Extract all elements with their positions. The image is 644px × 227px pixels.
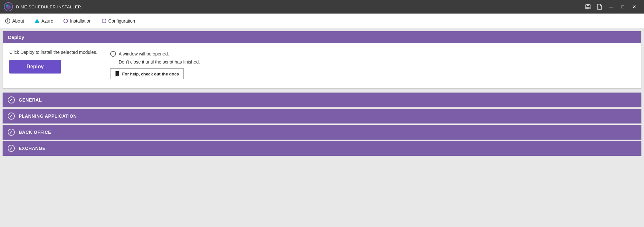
deploy-right: i A window will be opened. Don't close i… bbox=[110, 50, 200, 79]
section-bars: ✓GENERAL✓PLANNING APPLICATION✓BACK OFFIC… bbox=[0, 91, 644, 157]
deploy-info-text2: Don't close it until the script has fini… bbox=[119, 59, 200, 64]
section-bar-planning-application[interactable]: ✓PLANNING APPLICATION bbox=[3, 109, 641, 123]
app-title: DIME.SCHEDULER INSTALLER bbox=[16, 5, 582, 9]
deploy-body: Click Deploy to install the selected mod… bbox=[3, 43, 641, 88]
check-circle-planning-application: ✓ bbox=[8, 113, 15, 120]
check-mark-exchange: ✓ bbox=[9, 146, 13, 151]
check-circle-back-office: ✓ bbox=[8, 129, 15, 136]
section-bar-exchange[interactable]: ✓EXCHANGE bbox=[3, 141, 641, 156]
check-mark-general: ✓ bbox=[9, 98, 13, 102]
main-content: Deploy Click Deploy to install the selec… bbox=[0, 28, 644, 227]
nav-label-about: About bbox=[12, 18, 24, 24]
book-icon bbox=[115, 71, 120, 76]
section-label-exchange: EXCHANGE bbox=[19, 146, 45, 151]
nav-label-installation: Installation bbox=[70, 18, 91, 24]
deploy-left: Click Deploy to install the selected mod… bbox=[9, 50, 97, 74]
docs-button-label: For help, check out the docs bbox=[122, 72, 179, 76]
nav-label-configuration: Configuration bbox=[108, 18, 135, 24]
file-button[interactable] bbox=[594, 2, 605, 12]
maximize-button[interactable]: □ bbox=[617, 2, 629, 12]
deploy-section: Deploy Click Deploy to install the selec… bbox=[3, 31, 641, 89]
deploy-info-line1: i A window will be opened. bbox=[110, 51, 200, 57]
minimize-button[interactable]: — bbox=[605, 2, 617, 12]
docs-button[interactable]: For help, check out the docs bbox=[110, 68, 184, 79]
check-circle-general: ✓ bbox=[8, 96, 15, 104]
app-logo bbox=[4, 2, 13, 11]
nav-bar: i About Azure Installation Configuration bbox=[0, 14, 644, 28]
configuration-icon bbox=[102, 19, 106, 23]
section-label-general: GENERAL bbox=[19, 97, 42, 103]
section-label-back-office: BACK OFFICE bbox=[19, 130, 51, 135]
installation-icon bbox=[63, 19, 68, 23]
deploy-button[interactable]: Deploy bbox=[9, 60, 61, 74]
nav-item-about[interactable]: i About bbox=[4, 17, 25, 25]
nav-item-azure[interactable]: Azure bbox=[33, 17, 55, 25]
save-button[interactable] bbox=[582, 2, 594, 12]
info-icon: i bbox=[5, 18, 10, 24]
deploy-description: Click Deploy to install the selected mod… bbox=[9, 50, 97, 55]
check-mark-back-office: ✓ bbox=[9, 130, 13, 134]
deploy-info-text1: A window will be opened. bbox=[119, 51, 169, 56]
check-mark-planning-application: ✓ bbox=[9, 114, 13, 118]
section-bar-back-office[interactable]: ✓BACK OFFICE bbox=[3, 125, 641, 140]
svg-rect-5 bbox=[586, 7, 590, 9]
deploy-header: Deploy bbox=[3, 31, 641, 43]
nav-item-configuration[interactable]: Configuration bbox=[101, 17, 136, 25]
check-circle-exchange: ✓ bbox=[8, 145, 15, 152]
section-bar-general[interactable]: ✓GENERAL bbox=[3, 93, 641, 107]
title-bar: DIME.SCHEDULER INSTALLER — □ ✕ bbox=[0, 0, 644, 14]
azure-icon bbox=[34, 19, 40, 23]
svg-rect-4 bbox=[587, 5, 589, 6]
section-label-planning-application: PLANNING APPLICATION bbox=[19, 114, 77, 119]
svg-point-2 bbox=[6, 5, 8, 6]
close-button[interactable]: ✕ bbox=[629, 2, 640, 12]
info-icon-deploy: i bbox=[110, 51, 116, 57]
nav-item-installation[interactable]: Installation bbox=[62, 17, 93, 25]
nav-label-azure: Azure bbox=[42, 18, 53, 24]
